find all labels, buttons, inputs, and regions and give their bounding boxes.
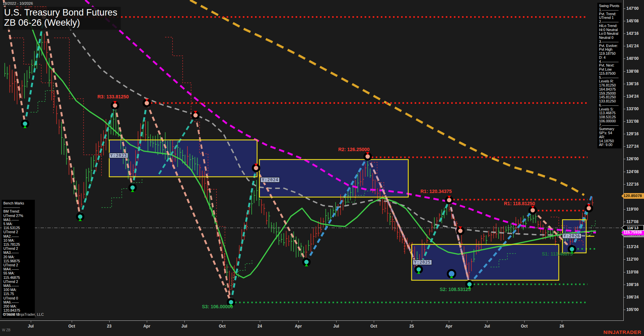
level-label: S2: 108.53125 [440,287,471,292]
bench-marks-line: MA4.------ [3,267,33,271]
swing-pivots-line: Pvt Low [599,68,620,72]
time-tick [72,320,72,322]
year-box-label[interactable]: Y:2026 [562,233,581,239]
price-tick [623,71,625,72]
swing-pivots-line: 176.81250 [599,83,620,88]
time-tick [374,320,374,322]
price-tick [623,46,625,46]
price-tick-label: 140'00 [626,56,639,61]
time-tick-label: Apr [143,324,151,329]
bench-marks-line: 200 MA: [3,304,33,308]
price-marker-value: 116'13 [621,225,644,231]
pivot-high-marker[interactable] [191,111,200,120]
year-box-label[interactable]: Y:2023 [109,153,128,158]
swing-pivots-line: 1.-------------- [599,8,620,12]
time-axis-line[interactable] [0,320,624,321]
price-tick-label: 113'24 [626,244,639,249]
pivot-low-marker[interactable] [302,258,311,267]
date-range-label: 18/2022 - 10/2026 [3,1,33,5]
price-tick [623,121,625,122]
time-tick [31,320,31,322]
year-range-box-fill [412,244,559,280]
pivot-high-marker[interactable] [585,204,593,213]
bench-marks-line: 115.46875 [3,275,33,280]
bench-marks-line: 100 MA: [3,288,33,292]
price-tick [623,272,625,272]
swing-pivots-line: HiLo Trend: [599,24,620,28]
time-tick-label: Jul [333,324,339,329]
bench-marks-line: MA1.------ [3,218,33,222]
level-label: R3: 133.81250 [97,94,129,99]
time-tick [562,320,562,322]
price-tick-label: 136'16 [626,81,639,86]
price-tick-label: 129'16 [626,131,639,136]
price-tick [623,172,625,172]
price-tick [623,297,625,297]
price-marker: 120.85078 [621,193,644,199]
price-tick [623,310,625,310]
price-tick-label: 119'00 [626,207,639,212]
chart-title: U.S. Treasury Bond Futures ZB 06-26 (Wee… [3,7,121,30]
time-tick [147,320,147,322]
swing-pivots-line: 2.-------------- [599,20,620,24]
price-marker: 116'13 [621,225,644,231]
pivot-low-marker[interactable] [129,184,137,192]
price-tick-label: 134'24 [626,94,639,99]
price-axis-line[interactable] [623,0,624,321]
contract-period: ZB 06-26 (Weekly) [4,18,117,28]
price-tick [623,134,625,134]
price-tick [623,222,625,222]
pivot-low-marker[interactable] [21,120,29,128]
price-tick [623,21,625,21]
time-tick-label: 24 [257,324,262,329]
pivot-high-marker[interactable] [364,152,372,161]
price-tick [623,259,625,260]
time-tick-label: Oct [68,324,75,329]
time-tick-label: Oct [370,324,377,329]
level-label: S3: 106.00000 [202,304,233,309]
bench-marks-panel: Bench Marks--------------BM Trend:UTrend… [2,200,35,318]
price-tick [623,159,625,159]
price-tick-label: 110'08 [626,270,639,274]
pivot-low-marker[interactable] [76,213,85,221]
hilo-stop-line-red [54,38,101,176]
price-tick [623,96,625,97]
swing-pivots-line: 3.-------------- [599,40,620,44]
bench-marks-line: UTrend 2 [3,263,33,267]
pivot-high-marker[interactable] [529,206,537,215]
instrument-watermark: W ZB [2,328,10,332]
level-label: S1: 113.46875 [542,251,573,257]
swing-pivots-line: Swing Pivots [599,4,620,8]
bench-marks-line: BM Trend: [3,209,33,213]
year-range-box-fill [259,160,408,197]
price-tick-label: 124'08 [626,169,639,174]
swing-pivots-line: Neutral 0 [599,36,620,40]
time-tick-label: Oct [219,324,226,329]
swing-pivots-line: D: 4 [599,56,620,60]
ninjatrader-logo: NINJATRADER [603,329,641,335]
price-tick-label: 141'24 [626,44,639,48]
bench-marks-line: 116.53125 [3,226,33,230]
price-tick-label: 126'00 [626,157,639,161]
pivot-high-marker[interactable] [445,196,454,205]
swing-pivots-line: 133.81250 [599,99,620,103]
pivot-high-marker[interactable] [143,99,151,107]
year-box-label[interactable]: Y:2025 [413,260,432,265]
pivot-high-marker[interactable] [111,101,119,110]
price-tick-label: 105'00 [626,307,639,312]
pivot-low-marker-major[interactable] [447,269,456,279]
price-tick [623,285,625,285]
time-tick-label: 25 [409,324,414,329]
time-tick-label: 23 [107,324,111,329]
chart-canvas[interactable] [0,0,644,336]
hilo-stop-line-green [101,178,142,208]
bench-marks-line: 115.75 [3,292,33,296]
price-tick [623,184,625,185]
price-tick [623,109,625,109]
bench-marks-line: -------------- [3,205,33,209]
price-tick-label: 108'16 [626,282,639,287]
year-box-label[interactable]: Y:2024 [260,177,280,183]
instrument-name: U.S. Treasury Bond Futures [4,7,117,18]
price-tick [623,247,625,247]
bench-marks-line: 5 MA: [3,222,33,226]
